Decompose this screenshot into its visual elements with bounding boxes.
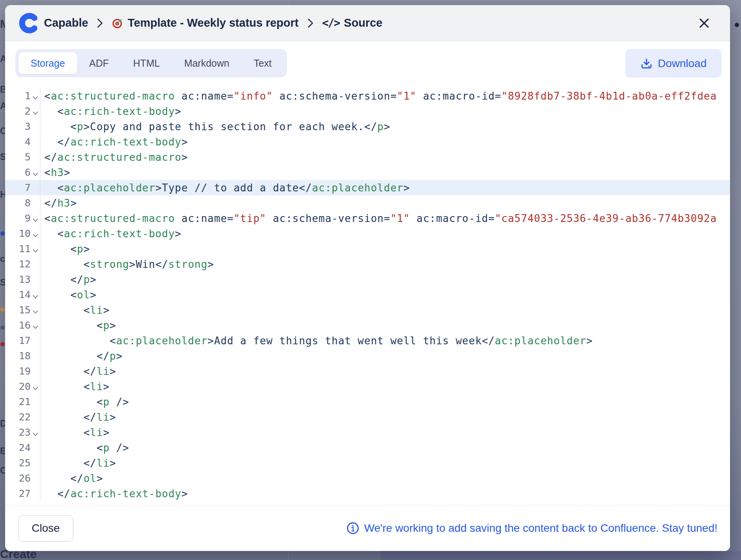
backdrop-blue-lines-icon (0, 231, 5, 236)
code-text: </p> (40, 350, 730, 362)
line-number: 8 (5, 197, 31, 209)
gutter: 11 (5, 241, 40, 256)
screen: MAIBIAuCaSpHcoSeDeEnCr Create Capable Te… (0, 0, 741, 560)
line-number: 25 (5, 457, 31, 469)
code-line[interactable]: 17 <ac:placeholder>Add a few things that… (5, 333, 730, 348)
backdrop-text-fragment: Cr (0, 465, 5, 476)
backdrop-divider (288, 0, 289, 5)
gutter: 16 (5, 318, 40, 333)
fold-toggle-icon[interactable] (31, 233, 40, 238)
code-line[interactable]: 24 <p /> (5, 440, 730, 455)
code-line[interactable]: 12 <strong>Win</strong> (5, 256, 730, 272)
code-line[interactable]: 15 <li> (5, 302, 730, 318)
line-number: 14 (5, 289, 31, 300)
fold-toggle-icon[interactable] (31, 295, 40, 299)
code-line[interactable]: 22 </li> (5, 409, 730, 425)
line-number: 7 (5, 182, 31, 193)
gutter: 3 (5, 119, 40, 134)
tab-html[interactable]: HTML (121, 52, 172, 74)
code-line[interactable]: 4 </ac:rich-text-body> (5, 134, 730, 149)
tab-storage[interactable]: Storage (18, 52, 77, 74)
code-line[interactable]: 7 <ac:placeholder>Type // to add a date<… (5, 180, 730, 195)
backdrop-text-fragment: co (0, 253, 5, 264)
fold-toggle-icon[interactable] (31, 172, 40, 176)
code-text: <li> (40, 381, 730, 393)
gutter: 22 (5, 409, 40, 425)
backdrop-text-fragment: Ca (0, 125, 5, 136)
close-icon-button[interactable] (696, 15, 713, 32)
gutter: 13 (5, 272, 40, 287)
code-line[interactable]: 6<h3> (5, 165, 730, 180)
fold-toggle-icon[interactable] (31, 386, 40, 391)
line-number: 13 (5, 274, 31, 285)
tab-markdown[interactable]: Markdown (172, 52, 242, 74)
fold-toggle-icon[interactable] (31, 310, 40, 314)
line-number: 11 (5, 243, 31, 255)
modal-header: Capable Template - Weekly status report … (5, 5, 730, 41)
tab-bar: StorageADFHTMLMarkdownText (15, 49, 287, 77)
line-number: 21 (5, 396, 31, 407)
code-line[interactable]: 16 <p> (5, 318, 730, 333)
fold-toggle-icon[interactable] (31, 249, 40, 253)
line-number: 15 (5, 304, 31, 316)
fold-toggle-icon[interactable] (31, 218, 40, 222)
tab-text[interactable]: Text (242, 52, 284, 74)
code-text: </ol> (40, 473, 730, 484)
code-text: <p>Copy and paste this section for each … (40, 121, 730, 133)
breadcrumb-app[interactable]: Capable (44, 16, 88, 29)
code-line[interactable]: 25 </li> (5, 455, 730, 471)
backdrop-text-fragment: AI (0, 53, 5, 64)
gutter: 10 (5, 226, 40, 241)
code-line[interactable]: 8</h3> (5, 195, 730, 211)
close-button[interactable]: Close (18, 515, 73, 542)
download-icon (640, 57, 653, 70)
code-line[interactable]: 9<ac:structured-macro ac:name="tip" ac:s… (5, 211, 730, 226)
backdrop-text-fragment: Sp (0, 151, 5, 162)
code-editor: 1<ac:structured-macro ac:name="info" ac:… (5, 87, 730, 505)
notice: We're working to add saving the content … (347, 522, 717, 535)
tab-adf[interactable]: ADF (77, 52, 121, 74)
code-text: </li> (40, 457, 730, 469)
code-line[interactable]: 13 </p> (5, 272, 730, 287)
code-line[interactable]: 18 </p> (5, 348, 730, 364)
gutter: 1 (5, 88, 40, 104)
backdrop-text-fragment: Au (0, 100, 5, 111)
capable-logo-icon (19, 13, 39, 33)
fold-toggle-icon[interactable] (31, 432, 40, 436)
code-text: <p> (40, 320, 730, 331)
code-text: </p> (40, 274, 730, 285)
code-line[interactable]: 20 <li> (5, 379, 730, 394)
backdrop-text-fragment: BI (0, 84, 5, 95)
code-line[interactable]: 2 <ac:rich-text-body> (5, 104, 730, 119)
code-line[interactable]: 1<ac:structured-macro ac:name="info" ac:… (5, 88, 730, 104)
code-text: </ac:rich-text-body> (40, 488, 730, 500)
code-line[interactable]: 26 </ol> (5, 471, 730, 486)
fold-toggle-icon[interactable] (31, 111, 40, 115)
download-button[interactable]: Download (625, 49, 721, 78)
code-text: </h3> (40, 197, 730, 209)
code-line[interactable]: 14 <ol> (5, 287, 730, 302)
code-line[interactable]: 21 <p /> (5, 394, 730, 409)
line-number: 16 (5, 320, 31, 331)
breadcrumb-source: Source (344, 16, 382, 29)
gutter: 5 (5, 149, 40, 165)
code-line[interactable]: 27 </ac:rich-text-body> (5, 486, 730, 501)
code-text: <ac:rich-text-body> (40, 228, 730, 240)
line-number: 17 (5, 335, 31, 346)
fold-toggle-icon[interactable] (31, 96, 40, 100)
code-lines: 1<ac:structured-macro ac:name="info" ac:… (5, 88, 730, 501)
close-icon (698, 17, 710, 29)
gutter: 25 (5, 455, 40, 471)
gutter: 14 (5, 287, 40, 302)
code-line[interactable]: 5</ac:structured-macro> (5, 149, 730, 165)
code-line[interactable]: 10 <ac:rich-text-body> (5, 226, 730, 241)
line-number: 26 (5, 473, 31, 484)
code-line[interactable]: 23 <li> (5, 425, 730, 440)
line-number: 2 (5, 105, 31, 117)
breadcrumb-template[interactable]: Template - Weekly status report (128, 16, 299, 29)
fold-toggle-icon[interactable] (31, 325, 40, 329)
code-line[interactable]: 11 <p> (5, 241, 730, 256)
code-line[interactable]: 19 </li> (5, 364, 730, 379)
code-line[interactable]: 3 <p>Copy and paste this section for eac… (5, 119, 730, 134)
gutter: 24 (5, 440, 40, 455)
